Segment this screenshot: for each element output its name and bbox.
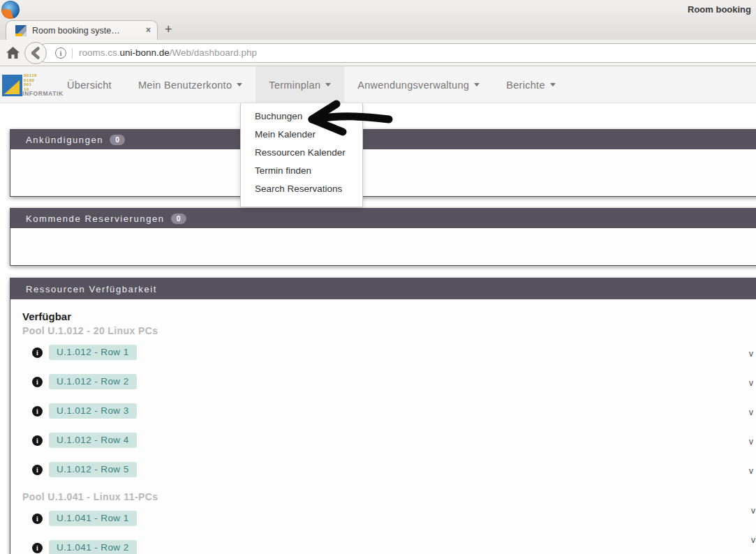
- panel-title: Ressourcen Verfügbarkeit: [26, 284, 157, 294]
- url-path: /Web/dashboard.php: [170, 47, 257, 58]
- clipped-edge-text: v: [749, 378, 753, 388]
- resource-row: U.1.041 - Row 1: [32, 511, 756, 526]
- caret-down-icon: [325, 83, 331, 87]
- tab-favicon-icon: [15, 25, 27, 36]
- resource-label[interactable]: U.1.041 - Row 1: [49, 511, 137, 526]
- panel-availability-body: Verfügbar Pool U.1.012 - 20 Linux PCs U.…: [10, 299, 756, 554]
- info-icon[interactable]: [32, 465, 43, 475]
- clipped-edge-text: v: [751, 506, 755, 516]
- binary-line: 00110: [24, 73, 37, 78]
- back-button[interactable]: [24, 42, 47, 64]
- panel-upcoming-reservations: Kommende Reservierungen 0: [10, 208, 756, 266]
- resource-row: U.1.012 - Row 4: [32, 433, 756, 448]
- url-prefix: rooms.cs.: [79, 47, 120, 58]
- caret-down-icon: [474, 83, 480, 87]
- info-icon[interactable]: [32, 514, 43, 524]
- panel-title: Ankündigungen: [26, 135, 103, 145]
- url-domain: uni-bonn.de: [120, 47, 170, 58]
- tab-close-icon[interactable]: ×: [146, 25, 151, 35]
- browser-tab[interactable]: Room booking syste… ×: [6, 20, 158, 40]
- browser-titlebar: Room booking Room booking syste… × +: [0, 0, 756, 40]
- informatik-logo-icon: [2, 75, 22, 96]
- nav-item-berichte[interactable]: Berichte: [493, 66, 569, 103]
- url-bar[interactable]: rooms.cs.uni-bonn.de/Web/dashboard.php: [36, 43, 756, 63]
- caret-down-icon: [237, 83, 242, 87]
- clipped-edge-text: v: [749, 466, 753, 476]
- back-arrow-icon: [25, 43, 46, 63]
- resource-row: U.1.012 - Row 1: [32, 345, 756, 360]
- resource-label[interactable]: U.1.012 - Row 1: [49, 345, 137, 360]
- nav-item-mein-benutzerkonto[interactable]: Mein Benutzerkonto: [125, 66, 255, 103]
- url-text: rooms.cs.uni-bonn.de/Web/dashboard.php: [79, 44, 257, 62]
- resource-row: U.1.041 - Row 2: [32, 540, 756, 554]
- panel-title: Kommende Reservierungen: [26, 214, 165, 224]
- info-icon[interactable]: [32, 377, 43, 387]
- page-content: 00110 0100 001 10 INFORMATIK Übersicht M…: [0, 66, 756, 554]
- pool-heading-u1041: Pool U.1.041 - Linux 11-PCs: [22, 491, 756, 502]
- page-info-icon[interactable]: [55, 47, 66, 59]
- info-icon[interactable]: [32, 347, 43, 358]
- screen: { "window": { "title": "Room booking", "…: [0, 0, 756, 554]
- panel-reservations-header: Kommende Reservierungen 0: [10, 209, 756, 228]
- clipped-edge-text: v: [749, 437, 753, 447]
- info-icon[interactable]: [32, 543, 43, 553]
- info-icon[interactable]: [32, 406, 43, 417]
- nav-item-label: Berichte: [506, 67, 545, 103]
- menu-item-termin-finden[interactable]: Termin finden: [241, 162, 362, 180]
- resource-label[interactable]: U.1.012 - Row 3: [49, 403, 137, 419]
- resource-row: U.1.012 - Row 3: [32, 403, 756, 419]
- menu-item-search-reservations[interactable]: Search Reservations: [241, 180, 362, 198]
- count-badge: 0: [110, 135, 125, 145]
- resource-label[interactable]: U.1.012 - Row 2: [49, 374, 137, 389]
- url-separator: [72, 48, 73, 59]
- new-tab-button[interactable]: +: [165, 23, 172, 36]
- nav-item-label: Übersicht: [67, 67, 112, 103]
- resource-label[interactable]: U.1.041 - Row 2: [49, 540, 137, 554]
- clipped-edge-text: v: [749, 407, 753, 417]
- panel-resource-availability: Ressourcen Verfügbarkeit Verfügbar Pool …: [10, 278, 756, 554]
- info-icon[interactable]: [32, 435, 43, 446]
- resource-label[interactable]: U.1.012 - Row 5: [49, 462, 137, 477]
- tab-title: Room booking syste…: [32, 26, 133, 36]
- firefox-icon[interactable]: [1, 1, 20, 19]
- clipped-edge-text: v: [751, 535, 755, 545]
- browser-toolbar: rooms.cs.uni-bonn.de/Web/dashboard.php: [0, 40, 756, 66]
- annotation-arrow: [306, 98, 400, 148]
- nav-item-label: Mein Benutzerkonto: [138, 67, 232, 103]
- nav-item-uebersicht[interactable]: Übersicht: [54, 66, 125, 103]
- logo-binary-text: 00110 0100 001 10: [24, 73, 37, 91]
- caret-down-icon: [550, 83, 556, 87]
- window-title: Room booking: [688, 4, 751, 15]
- resource-label[interactable]: U.1.012 - Row 4: [49, 433, 137, 448]
- count-badge: 0: [171, 214, 186, 224]
- resource-row: U.1.012 - Row 2: [32, 374, 756, 389]
- resource-row: U.1.012 - Row 5: [32, 462, 756, 477]
- available-section-title: Verfügbar: [22, 310, 756, 322]
- pool-heading-u1012: Pool U.1.012 - 20 Linux PCs: [22, 325, 756, 336]
- clipped-edge-text: v: [749, 349, 753, 359]
- panel-availability-header: Ressourcen Verfügbarkeit: [10, 278, 756, 299]
- home-icon[interactable]: [6, 45, 20, 60]
